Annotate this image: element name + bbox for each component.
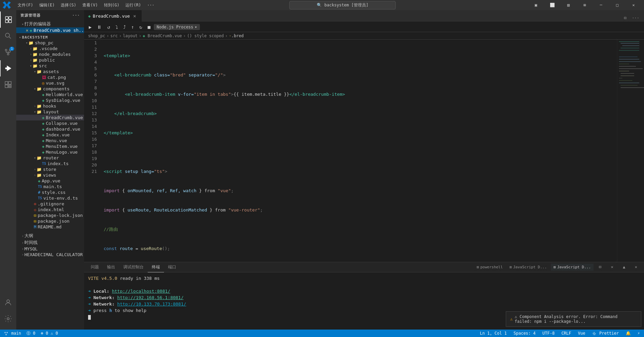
menulogo-vue-file[interactable]: ◈ MenuLogo.vue — [16, 149, 84, 155]
close-button[interactable]: ✕ — [626, 0, 641, 10]
search-activity-icon[interactable] — [0, 28, 16, 44]
sync-status[interactable]: ⓪ 0 — [25, 331, 37, 336]
layout-icon-3[interactable]: ▤ — [561, 0, 576, 10]
node-modules-folder[interactable]: › 📁 node_modules — [16, 51, 84, 57]
layout-folder[interactable]: ▾ 📁 layout — [16, 109, 84, 115]
dashboard-vue-file[interactable]: ◈ dashboard.vue — [16, 126, 84, 132]
eol-status[interactable]: CRLF — [560, 331, 573, 336]
open-editors-section[interactable]: ▾ 打开的编辑器 — [16, 21, 84, 27]
sysdialog-vue-file[interactable]: ◈ SysDialog.vue — [16, 97, 84, 103]
vue-svg-file[interactable]: ◎ vue.svg — [16, 80, 84, 86]
spaces-status[interactable]: Spaces: 4 — [512, 331, 537, 336]
timeline-section[interactable]: › 时间线 — [16, 239, 84, 246]
components-folder[interactable]: ▾ 📁 components — [16, 86, 84, 92]
debug-restart-icon[interactable]: ↺ — [105, 24, 112, 30]
menu-select[interactable]: 选择(S) — [58, 2, 79, 9]
style-css-file[interactable]: # style.css — [16, 189, 84, 195]
run-debug-activity-icon[interactable] — [0, 60, 16, 76]
vite-env-ts-file[interactable]: TS vite-env.d.ts — [16, 195, 84, 201]
open-file-breadcrumb[interactable]: ✕ ◈ BreadCrumb.vue sh... — [16, 27, 84, 33]
close-panel-icon[interactable]: ✕ — [631, 263, 641, 272]
breadcrumb-src[interactable]: src — [110, 33, 118, 38]
error-warning-status[interactable]: ⊗ 0 ⚠ 0 — [40, 331, 60, 336]
maximize-button[interactable]: □ — [609, 0, 625, 10]
cat-png-file[interactable]: 🖼 cat.png — [16, 74, 84, 80]
debug-continue-icon[interactable]: ▶ — [87, 24, 94, 30]
panel-tab-terminal[interactable]: 终端 — [148, 262, 164, 272]
debug-pause-icon[interactable]: ⏸ — [95, 24, 104, 30]
formatter-status[interactable]: Prettier — [591, 331, 620, 336]
account-activity-icon[interactable] — [0, 294, 16, 311]
menu-vue-file[interactable]: ◈ Menu.vue — [16, 138, 84, 143]
collapse-vue-file[interactable]: ◈ Collapse.vue — [16, 120, 84, 126]
panel-tab-debug-console[interactable]: 调试控制台 — [119, 262, 148, 272]
explorer-activity-icon[interactable] — [0, 12, 16, 28]
language-status[interactable]: Vue — [577, 331, 587, 336]
network-1-url[interactable]: http://192.168.56.1:8081/ — [117, 295, 184, 300]
index-vue-file[interactable]: ◈ Index.vue — [16, 132, 84, 138]
menu-file[interactable]: 文件(F) — [15, 2, 36, 9]
hexadecimal-section[interactable]: › HEXADECIMAL CALCULATOR — [16, 252, 84, 257]
close-file-icon[interactable]: ✕ — [26, 28, 28, 33]
cursor-position-status[interactable]: Ln 1, Col 1 — [479, 331, 508, 336]
backsystem-section[interactable]: ▾ BACKSYSTEM — [16, 33, 84, 40]
layout-icon-1[interactable]: ▣ — [528, 0, 544, 10]
breadcrumb-layout[interactable]: layout — [123, 33, 138, 38]
terminal-js-debug-1-tab[interactable]: ⊞ JavaScript D... — [507, 264, 549, 271]
feedback-icon-status[interactable]: ⚡ — [636, 331, 641, 336]
menu-edit[interactable]: 编辑(E) — [37, 2, 58, 9]
mysql-section[interactable]: › MYSQL — [16, 246, 84, 252]
split-editor-icon[interactable]: ⊡ — [622, 14, 628, 22]
settings-activity-icon[interactable] — [0, 311, 16, 327]
breadcrumb-vue-file[interactable]: ◈ BreadCrumb.vue — [16, 115, 84, 120]
layout-icon-2[interactable]: ⬜ — [544, 0, 560, 10]
hooks-folder[interactable]: › 📁 hooks — [16, 103, 84, 109]
split-terminal-icon[interactable]: ⊡ — [595, 263, 605, 272]
sidebar-more-icon[interactable]: ··· — [72, 13, 80, 18]
network-2-url[interactable]: http://10.133.70.173:8081/ — [117, 301, 186, 307]
debug-step-out-icon[interactable]: ↑ — [129, 24, 136, 30]
encoding-status[interactable]: UTF-8 — [541, 331, 556, 336]
maximize-panel-icon[interactable]: ▲ — [619, 263, 629, 272]
local-url[interactable]: http://localhost:8081/ — [112, 289, 170, 294]
package-lock-json-file[interactable]: ⊟ package-lock.json — [16, 212, 84, 218]
source-control-activity-icon[interactable]: 1 — [0, 44, 16, 60]
panel-tab-output[interactable]: 输出 — [103, 262, 119, 272]
code-editor[interactable]: 12345 678910 1112131415 1617181920 21 <t… — [84, 40, 644, 262]
global-search-bar[interactable]: 🔍 backsystem [管理员] — [289, 1, 396, 9]
views-folder[interactable]: › 📁 views — [16, 172, 84, 178]
readme-md-file[interactable]: M README.md — [16, 224, 84, 230]
panel-tab-problems[interactable]: 问题 — [87, 262, 103, 272]
tab-close-icon[interactable]: ✕ — [132, 13, 137, 19]
menu-more[interactable]: ··· — [144, 2, 157, 8]
bell-icon-status[interactable]: 🔔 — [624, 331, 632, 336]
main-ts-file[interactable]: TS main.ts — [16, 184, 84, 189]
menuitem-vue-file[interactable]: ◈ MenuItem.vue — [16, 143, 84, 149]
gitignore-file[interactable]: ⊙ .gitignore — [16, 201, 84, 207]
layout-icon-4[interactable]: ⊞ — [577, 0, 593, 10]
outline-section[interactable]: › 大纲 — [16, 232, 84, 239]
panel-tab-ports[interactable]: 端口 — [164, 262, 180, 272]
minimize-button[interactable]: ─ — [593, 0, 609, 10]
store-folder[interactable]: › 📁 store — [16, 166, 84, 172]
debug-hot-reload-icon[interactable]: ↻ — [137, 24, 144, 30]
shop-pc-folder[interactable]: ▾ 📁 shop_pc — [16, 40, 84, 46]
package-json-file[interactable]: ⊟ package.json — [16, 218, 84, 224]
more-actions-icon[interactable]: ··· — [630, 14, 641, 22]
index-html-file[interactable]: ◇ index.html — [16, 207, 84, 212]
menu-run[interactable]: 运行(R) — [123, 2, 144, 9]
router-folder[interactable]: ▾ 📁 router — [16, 155, 84, 161]
terminal-powershell-tab[interactable]: ⊞ powershell — [474, 264, 505, 271]
public-folder[interactable]: › 📁 public — [16, 57, 84, 63]
src-folder[interactable]: ▾ 📁 src — [16, 63, 84, 69]
terminal-js-debug-2-tab[interactable]: ⊞ JavaScript D... — [551, 264, 594, 271]
breadcrumb-file[interactable]: ◈ BreadCrumb.vue — [143, 33, 182, 38]
editor-tab-breadcrumb[interactable]: ◈ BreadCrumb.vue ✕ — [84, 10, 142, 22]
vscode-folder[interactable]: › 📁 .vscode — [16, 46, 84, 51]
helloworld-vue-file[interactable]: ◈ HelloWorld.vue — [16, 92, 84, 97]
breadcrumb-shop-pc[interactable]: shop_pc — [88, 33, 105, 38]
git-branch-status[interactable]: main — [3, 331, 22, 336]
extensions-activity-icon[interactable] — [0, 76, 16, 93]
router-index-ts-file[interactable]: TS index.ts — [16, 161, 84, 166]
debug-stop-icon[interactable]: ■ — [146, 24, 152, 30]
